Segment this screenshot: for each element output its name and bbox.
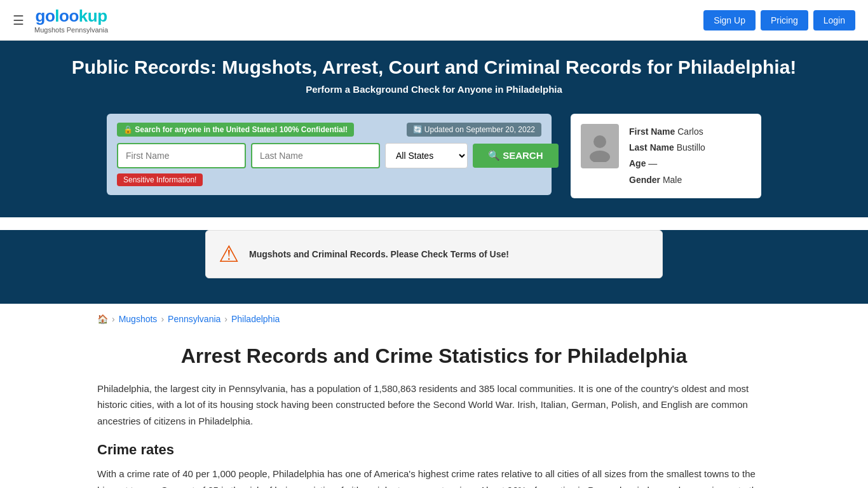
logo-subtitle: Mugshots Pennsylvania (34, 26, 108, 34)
warning-icon: ⚠ (219, 241, 239, 268)
logo-go: go (36, 6, 55, 25)
breadcrumb-pennsylvania[interactable]: Pennsylvania (168, 314, 220, 324)
logo-look: lookup (55, 6, 107, 25)
breadcrumb-sep3: › (224, 314, 227, 324)
crime-rates-heading: Crime rates (97, 442, 771, 458)
lastname-label: Last Name (629, 142, 674, 152)
breadcrumb-sep2: › (161, 314, 164, 324)
last-name-input[interactable] (251, 143, 380, 168)
sensitive-info-badge: Sensitive Information! (117, 173, 203, 186)
logo[interactable]: golookup (36, 6, 107, 26)
svg-point-1 (593, 135, 606, 148)
search-box: Search for anyone in the United States! … (107, 114, 552, 195)
firstname-label: First Name (629, 126, 675, 137)
firstname-val: Carlos (677, 126, 703, 137)
profile-gender: Gender Male (629, 172, 705, 188)
gender-label: Gender (629, 175, 660, 185)
breadcrumb-home[interactable]: 🏠 (97, 314, 108, 324)
search-button[interactable]: 🔍 SEARCH (473, 144, 559, 168)
page-heading: Arrest Records and Crime Statistics for … (97, 344, 771, 368)
search-section: Search for anyone in the United States! … (0, 114, 868, 217)
state-select[interactable]: All States Alabama Alaska Arizona Pennsy… (385, 143, 468, 168)
first-name-input[interactable] (117, 143, 246, 168)
hamburger-menu[interactable]: ☰ (13, 13, 24, 28)
main-content: 🏠 › Mugshots › Pennsylvania › Philadelph… (85, 304, 783, 488)
breadcrumb: 🏠 › Mugshots › Pennsylvania › Philadelph… (97, 304, 771, 329)
updated-badge: Updated on September 20, 2022 (407, 123, 541, 137)
warning-text: Mugshots and Criminal Records. Please Ch… (249, 249, 509, 259)
age-val: — (648, 158, 657, 168)
header-right: Sign Up Pricing Login (703, 10, 855, 30)
confidential-badge: Search for anyone in the United States! … (117, 123, 354, 137)
profile-firstname: First Name Carlos (629, 124, 705, 140)
hero-subtitle: Perform a Background Check for Anyone in… (13, 84, 855, 95)
age-label: Age (629, 158, 646, 168)
profile-card: First Name Carlos Last Name Bustillo Age… (571, 114, 761, 198)
login-button[interactable]: Login (813, 10, 855, 30)
lastname-val: Bustillo (677, 142, 705, 152)
intro-paragraph: Philadelphia, the largest city in Pennsy… (97, 381, 771, 430)
profile-avatar (581, 124, 619, 168)
search-inputs: All States Alabama Alaska Arizona Pennsy… (117, 143, 541, 168)
profile-info: First Name Carlos Last Name Bustillo Age… (629, 124, 705, 188)
logo-container: golookup Mugshots Pennsylvania (34, 6, 108, 34)
pricing-button[interactable]: Pricing (761, 10, 808, 30)
crime-rates-paragraph: With a crime rate of 40 per 1,000 people… (97, 466, 771, 488)
header: ☰ golookup Mugshots Pennsylvania Sign Up… (0, 0, 868, 41)
signup-button[interactable]: Sign Up (703, 10, 756, 30)
profile-lastname: Last Name Bustillo (629, 140, 705, 156)
hero-banner: Public Records: Mugshots, Arrest, Court … (0, 41, 868, 114)
gender-val: Male (663, 175, 682, 185)
profile-age: Age — (629, 156, 705, 172)
search-bar-top: Search for anyone in the United States! … (117, 123, 541, 137)
breadcrumb-mugshots[interactable]: Mugshots (119, 314, 158, 324)
hero-title: Public Records: Mugshots, Arrest, Court … (13, 56, 855, 79)
breadcrumb-philadelphia[interactable]: Philadelphia (231, 314, 280, 324)
breadcrumb-sep1: › (112, 314, 115, 324)
warning-banner: ⚠ Mugshots and Criminal Records. Please … (205, 230, 663, 278)
header-left: ☰ golookup Mugshots Pennsylvania (13, 6, 108, 34)
